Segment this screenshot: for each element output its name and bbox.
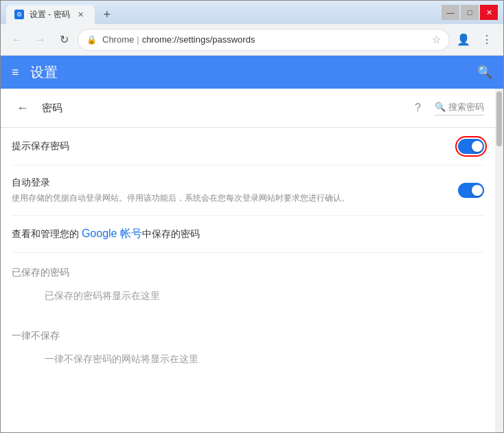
active-tab[interactable]: ⚙ 设置 - 密码 ✕	[6, 5, 95, 24]
saved-passwords-empty: 已保存的密码将显示在这里	[45, 285, 484, 316]
scrollbar-track[interactable]	[495, 89, 503, 432]
toggle-knob	[472, 141, 483, 152]
saved-passwords-empty-indent: 已保存的密码将显示在这里	[12, 285, 484, 316]
close-button[interactable]: ✕	[480, 5, 498, 20]
account-button[interactable]: 👤	[454, 30, 473, 49]
password-search-box[interactable]: 🔍 搜索密码	[435, 101, 484, 115]
auto-signin-toggle-knob	[472, 185, 483, 196]
never-save-empty-indent: 一律不保存密码的网站将显示在这里	[12, 348, 484, 379]
url-path: chrome://settings/passwords	[142, 34, 255, 45]
search-icon: 🔍	[435, 102, 446, 112]
tab-bar: ⚙ 设置 - 密码 ✕ +	[6, 1, 442, 24]
tab-title: 设置 - 密码	[30, 9, 70, 21]
url-brand: Chrome	[102, 34, 134, 45]
google-link-prefix: 查看和管理您的	[12, 228, 82, 239]
offer-to-save-row: 提示保存密码	[12, 128, 484, 166]
security-lock-icon: 🔒	[87, 35, 97, 45]
page-header: ← 密码 ? 🔍 搜索密码	[1, 89, 495, 128]
help-icon[interactable]: ?	[415, 102, 421, 114]
offer-to-save-label-wrap: 提示保存密码	[12, 140, 458, 153]
scrollbar-thumb[interactable]	[496, 91, 502, 146]
url-separator: |	[137, 34, 139, 45]
app-header: ≡ 设置 🔍	[1, 56, 503, 89]
page-title: 密码	[42, 102, 406, 115]
google-account-link[interactable]: Google 帐号	[82, 227, 142, 239]
maximize-button[interactable]: □	[461, 5, 479, 20]
forward-button[interactable]: →	[31, 30, 50, 49]
window-frame: ⚙ 设置 - 密码 ✕ + — □ ✕ ← → ↻ 🔒 Chrome | chr…	[0, 0, 504, 433]
url-display: Chrome | chrome://settings/passwords	[102, 34, 255, 45]
tab-favicon: ⚙	[14, 10, 24, 19]
reload-button[interactable]: ↻	[54, 30, 73, 49]
app-title: 设置	[30, 63, 58, 82]
tab-close-button[interactable]: ✕	[76, 9, 87, 20]
window-controls: — □ ✕	[442, 5, 498, 20]
omnibox[interactable]: 🔒 Chrome | chrome://settings/passwords ☆	[78, 29, 450, 51]
google-link-suffix: 中保存的密码	[142, 228, 200, 239]
offer-to-save-label: 提示保存密码	[12, 140, 458, 153]
address-bar: ← → ↻ 🔒 Chrome | chrome://settings/passw…	[1, 24, 503, 56]
settings-section: 提示保存密码 自动登录 使用存储的凭据自动登录网站。停用该功能后，系统会在您每次…	[1, 128, 495, 379]
never-save-header: 一律不保存	[12, 316, 484, 348]
bookmark-star-icon[interactable]: ☆	[432, 34, 441, 46]
title-bar: ⚙ 设置 - 密码 ✕ + — □ ✕	[1, 1, 503, 24]
auto-signin-label: 自动登录	[12, 177, 447, 189]
hamburger-menu-icon[interactable]: ≡	[12, 65, 19, 80]
minimize-button[interactable]: —	[442, 5, 459, 20]
new-tab-button[interactable]: +	[98, 5, 117, 24]
auto-signin-row: 自动登录 使用存储的凭据自动登录网站。停用该功能后，系统会在您每次登录网站时要求…	[12, 166, 484, 216]
back-nav-button[interactable]: ←	[12, 97, 34, 119]
google-account-link-row: 查看和管理您的 Google 帐号中保存的密码	[12, 216, 484, 253]
offer-to-save-toggle[interactable]	[458, 139, 484, 154]
auto-signin-label-wrap: 自动登录 使用存储的凭据自动登录网站。停用该功能后，系统会在您每次登录网站时要求…	[12, 177, 447, 204]
header-search-icon[interactable]: 🔍	[477, 65, 492, 80]
saved-passwords-header: 已保存的密码	[12, 253, 484, 285]
menu-button[interactable]: ⋮	[477, 30, 496, 49]
auto-signin-sublabel: 使用存储的凭据自动登录网站。停用该功能后，系统会在您每次登录网站时要求您进行确认…	[12, 192, 447, 204]
never-save-empty: 一律不保存密码的网站将显示在这里	[45, 348, 484, 379]
auto-signin-toggle[interactable]	[458, 183, 484, 198]
back-button[interactable]: ←	[8, 30, 27, 49]
main-content: ← 密码 ? 🔍 搜索密码 提示保存密码	[1, 89, 495, 432]
search-placeholder-text[interactable]: 搜索密码	[448, 101, 484, 113]
content-wrapper: ← 密码 ? 🔍 搜索密码 提示保存密码	[1, 89, 503, 432]
